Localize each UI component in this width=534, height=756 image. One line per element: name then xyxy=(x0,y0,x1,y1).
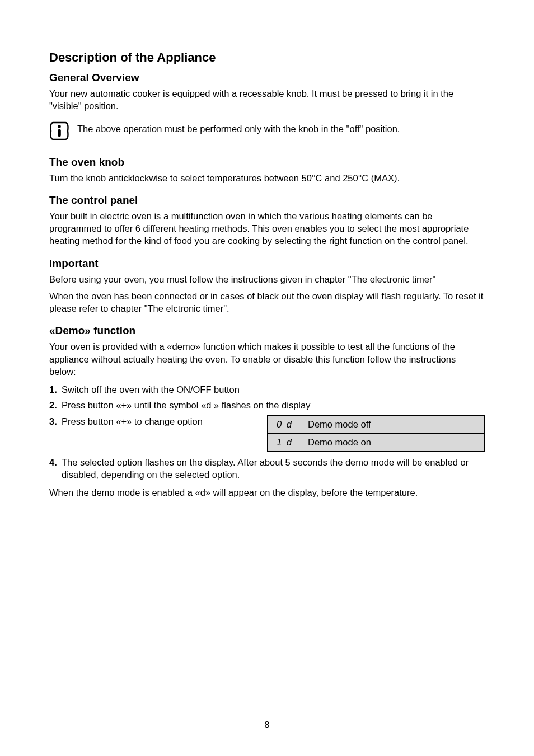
step-num: 3. xyxy=(49,415,62,428)
info-icon xyxy=(49,121,69,143)
step-3: 3. Press button «+» to change option xyxy=(49,415,251,428)
heading-important: Important xyxy=(49,257,485,270)
step-num: 2. xyxy=(49,399,62,411)
table-row: 0 d Demo mode off xyxy=(268,415,485,433)
heading-general-overview: General Overview xyxy=(49,72,485,84)
option-desc-1d: Demo mode on xyxy=(302,433,485,451)
info-callout: The above operation must be performed on… xyxy=(49,123,485,143)
page-number: 8 xyxy=(0,720,534,730)
option-desc-0d: Demo mode off xyxy=(302,415,485,433)
step-text: The selected option flashes on the displ… xyxy=(62,456,485,481)
option-code-1d: 1 d xyxy=(268,433,302,451)
para-important-1: Before using your oven, you must follow … xyxy=(49,273,485,285)
para-demo-intro: Your oven is provided with a «demo» func… xyxy=(49,340,485,378)
step-2: 2. Press button «+» until the symbol «d … xyxy=(49,399,485,411)
table-row: 1 d Demo mode on xyxy=(268,433,485,451)
svg-point-0 xyxy=(58,125,61,128)
para-general-overview: Your new automatic cooker is equipped wi… xyxy=(49,87,485,112)
heading-demo-function: «Demo» function xyxy=(49,325,485,337)
info-text: The above operation must be performed on… xyxy=(77,123,400,135)
heading-control-panel: The control panel xyxy=(49,194,485,206)
step-text: Switch off the oven with the ON/OFF butt… xyxy=(62,383,240,396)
step-1: 1. Switch off the oven with the ON/OFF b… xyxy=(49,383,485,396)
para-important-2: When the oven has been connected or in c… xyxy=(49,290,485,315)
para-control-panel: Your built in electric oven is a multifu… xyxy=(49,210,485,247)
para-oven-knob: Turn the knob anticklockwise to select t… xyxy=(49,172,485,184)
demo-options-table: 0 d Demo mode off 1 d Demo mode on xyxy=(267,415,485,452)
heading-oven-knob: The oven knob xyxy=(49,156,485,168)
step-text: Press button «+» to change option xyxy=(62,415,203,428)
para-demo-note: When the demo mode is enabled a «d» will… xyxy=(49,486,485,499)
section-title: Description of the Appliance xyxy=(49,50,485,65)
step-num: 4. xyxy=(49,456,62,468)
svg-rect-1 xyxy=(58,129,61,137)
step-4: 4. The selected option flashes on the di… xyxy=(49,456,485,481)
step-num: 1. xyxy=(49,383,62,396)
step-text: Press button «+» until the symbol «d » f… xyxy=(62,399,310,411)
option-code-0d: 0 d xyxy=(268,415,302,433)
